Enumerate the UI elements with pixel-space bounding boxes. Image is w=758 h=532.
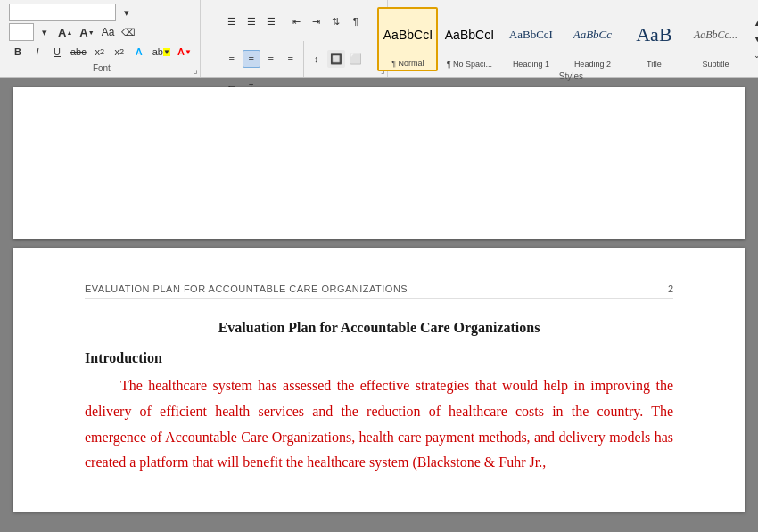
style-no-spacing-preview: AaBbCcI [445,28,494,42]
style-subtitle-label: Subtitle [702,60,729,69]
font-color-btn[interactable]: A▼ [175,43,194,61]
superscript-btn[interactable]: x2 [111,43,128,61]
bold-btn[interactable]: B [9,43,27,61]
styles-strip: AaBbCcI ¶ Normal AaBbCcI ¶ No Spaci... A… [374,4,758,71]
underline-btn[interactable]: U [48,43,66,61]
style-normal-preview: AaBbCcI [383,28,433,42]
style-no-spacing-label: ¶ No Spaci... [447,60,492,69]
decrease-indent-btn[interactable]: ⇤ [288,12,306,30]
body-text-content: The healthcare system has assessed the e… [85,378,673,470]
body-text: The healthcare system has assessed the e… [85,373,673,476]
style-no-spacing[interactable]: AaBbCcI ¶ No Spaci... [439,7,499,71]
style-heading2[interactable]: AaBbCc Heading 2 [562,7,622,71]
style-title-label: Title [647,60,662,69]
font-size-dropdown[interactable]: ▾ [36,23,54,41]
align-center-btn[interactable]: ≡ [243,50,260,68]
bullets-btn[interactable]: ☰ [223,12,241,30]
numbering-btn[interactable]: ☰ [243,12,260,30]
styles-scroll-down[interactable]: ▼ [748,32,758,46]
text-effect-btn[interactable]: A [130,43,148,61]
page-2[interactable]: EVALUATION PLAN FOR ACCOUNTABLE CARE ORG… [13,248,745,512]
align-right-btn[interactable]: ≡ [262,50,280,68]
strikethrough-btn[interactable]: abc [68,43,89,61]
justify-btn[interactable]: ≡ [282,50,300,68]
style-heading1-label: Heading 1 [513,60,549,69]
styles-group: AaBbCcI ¶ Normal AaBbCcI ¶ No Spaci... A… [388,0,754,77]
running-head-text: EVALUATION PLAN FOR ACCOUNTABLE CARE ORG… [85,283,408,294]
font-row3: B I U abc x2 x2 A ab▼ A▼ [9,43,194,61]
text-highlight-btn[interactable]: ab▼ [150,43,173,61]
page-number: 2 [668,283,673,294]
styles-scroll-controls: ▲ ▼ ⌄ [746,7,758,71]
italic-btn[interactable]: I [29,43,46,61]
subscript-btn[interactable]: x2 [91,43,109,61]
change-case-btn[interactable]: Aa [99,23,118,41]
style-heading2-label: Heading 2 [574,60,611,69]
sort-btn[interactable]: ⇅ [327,12,345,30]
section-heading: Introduction [85,350,673,366]
document-area: EVALUATION PLAN FOR ACCOUNTABLE CARE ORG… [0,78,758,532]
border-btn[interactable]: ⬜ [347,50,365,68]
increase-indent-btn[interactable]: ⇥ [308,12,325,30]
show-formatting-btn[interactable]: ¶ [347,12,365,30]
multilevel-btn[interactable]: ☰ [262,12,280,30]
font-name-input[interactable]: Calibri (Body) [9,4,116,21]
style-normal[interactable]: AaBbCcI ¶ Normal [377,7,438,71]
para-row1: ☰ ☰ ☰ ⇤ ⇥ ⇅ ¶ [223,4,365,39]
style-heading2-preview: AaBbCc [573,28,612,42]
style-normal-label: ¶ Normal [391,59,424,68]
style-heading1-preview: AaBbCcI [509,28,553,42]
font-name-dropdown[interactable]: ▾ [118,4,136,21]
decrease-font-btn[interactable]: A▼ [77,23,96,41]
style-title-preview: AaB [636,23,671,46]
shading-btn[interactable]: 🔲 [327,50,345,68]
style-title[interactable]: AaB Title [623,7,684,71]
document-title: Evaluation Plan for Accountable Care Org… [85,320,673,336]
styles-scroll-up[interactable]: ▲ [748,16,758,30]
styles-group-label: Styles [559,71,583,83]
font-group-label: Font [93,63,111,75]
font-size-input[interactable]: 12 [9,23,34,41]
ribbon: Calibri (Body) ▾ 12 ▾ A▲ A▼ Aa ⌫ B I U a… [0,0,758,78]
style-subtitle-preview: AaBbCc... [694,29,737,42]
font-row2: 12 ▾ A▲ A▼ Aa ⌫ [9,23,194,41]
clear-format-btn[interactable]: ⌫ [119,23,138,41]
paragraph-group: ☰ ☰ ☰ ⇤ ⇥ ⇅ ¶ ≡ ≡ ≡ ≡ ↕ 🔲 ⬜ ⬅ ↧ [201,0,388,77]
page-1 [13,87,745,239]
styles-more[interactable]: ⌄ [748,48,758,62]
font-group: Calibri (Body) ▾ 12 ▾ A▲ A▼ Aa ⌫ B I U a… [4,0,201,77]
para-row2: ≡ ≡ ≡ ≡ ↕ 🔲 ⬜ [223,41,365,77]
increase-font-btn[interactable]: A▲ [55,23,75,41]
font-row1: Calibri (Body) ▾ [9,4,194,21]
page-header: EVALUATION PLAN FOR ACCOUNTABLE CARE ORG… [85,283,673,299]
style-heading1[interactable]: AaBbCcI Heading 1 [500,7,561,71]
font-expand-icon[interactable]: ⌟ [194,65,198,75]
line-spacing-btn[interactable]: ↕ [308,50,325,68]
style-subtitle[interactable]: AaBbCc... Subtitle [685,7,746,71]
align-left-btn[interactable]: ≡ [223,50,241,68]
